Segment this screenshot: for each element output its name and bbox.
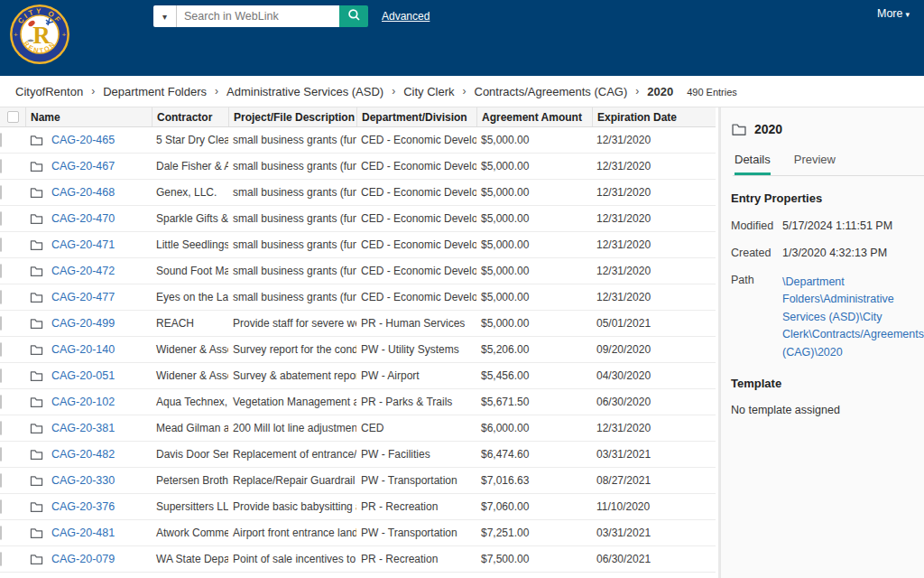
row-checkbox[interactable] [0,185,2,200]
cell-name: CAG-20-376 [25,500,152,513]
cell-name: CAG-20-381 [25,422,152,434]
table-row[interactable]: CAG-20-467 Dale Fisher & As small busine… [0,154,716,180]
cell-expiration: 06/30/2020 [592,396,716,408]
table-row[interactable]: CAG-20-376 Supersitters LLC Provide basi… [0,494,716,520]
row-checkbox[interactable] [0,552,2,566]
table-row[interactable]: CAG-20-381 Mead Gilman ar 200 Mill lot l… [0,415,716,442]
row-checkbox[interactable] [0,264,2,278]
select-all-checkbox[interactable] [7,111,19,123]
entry-link[interactable]: CAG-20-330 [51,474,115,487]
breadcrumb-item[interactable]: CityofRenton [15,85,83,98]
cell-name: CAG-20-477 [25,291,152,303]
row-checkbox[interactable] [0,473,2,488]
table-row[interactable]: CAG-20-477 Eyes on the Land small busine… [0,284,716,311]
table-row[interactable]: CAG-20-482 Davis Door Serv Replacement o… [0,442,716,468]
entry-link[interactable]: CAG-20-140 [51,343,115,356]
tab-details[interactable]: Details [735,153,771,175]
search-button[interactable] [339,5,368,27]
row-select-cell [0,369,25,382]
row-checkbox[interactable] [0,316,2,331]
table-row[interactable]: CAG-20-481 Atwork Commer Airport front e… [0,520,716,546]
table-row[interactable]: CAG-20-102 Aqua Technex, L Vegetation Ma… [0,389,716,415]
cell-contractor: Dale Fisher & As [152,160,228,172]
entry-link[interactable]: CAG-20-051 [51,369,115,382]
svg-text:+: + [14,31,18,39]
row-checkbox[interactable] [0,238,2,252]
entry-link[interactable]: CAG-20-467 [51,160,115,172]
row-checkbox[interactable] [0,447,2,461]
row-checkbox[interactable] [0,395,2,409]
cell-name: CAG-20-499 [25,317,152,330]
row-checkbox[interactable] [0,368,2,383]
more-label: More [877,7,902,20]
breadcrumb-item[interactable]: City Clerk [403,85,454,98]
row-checkbox[interactable] [0,211,2,226]
breadcrumb-separator: › [635,85,639,98]
row-select-cell [0,186,25,199]
caret-down-icon: ▾ [162,12,167,22]
folder-icon [30,161,43,172]
column-header-expiration-date[interactable]: Expiration Date [592,107,716,126]
entry-link[interactable]: CAG-20-472 [51,265,115,277]
row-checkbox[interactable] [0,133,2,147]
cell-amount: $5,000.00 [476,291,592,303]
breadcrumb-item[interactable]: Contracts/Agreements (CAG) [475,85,628,98]
entry-link[interactable]: CAG-20-102 [51,396,115,408]
breadcrumb-item[interactable]: Department Folders [103,85,207,98]
row-checkbox[interactable] [0,159,2,173]
entry-link[interactable]: CAG-20-471 [51,238,115,251]
cell-expiration: 09/20/2020 [592,343,716,356]
row-checkbox[interactable] [0,421,2,435]
breadcrumb-item[interactable]: Administrative Services (ASD) [226,85,383,98]
entry-link[interactable]: CAG-20-381 [51,422,115,434]
table-row[interactable]: CAG-20-468 Genex, LLC. small business gr… [0,180,716,206]
table-row[interactable]: CAG-20-472 Sound Foot Mas small business… [0,258,716,284]
cell-expiration: 06/30/2021 [592,553,716,565]
row-checkbox[interactable] [0,499,2,514]
entry-link[interactable]: CAG-20-079 [51,553,115,565]
breadcrumb-bar: CityofRenton›Department Folders›Administ… [0,76,924,107]
cell-amount: $5,000.00 [476,238,592,251]
row-checkbox[interactable] [0,526,2,540]
table-row[interactable]: CAG-20-140 Widener & Asso Survey report … [0,337,716,363]
folder-icon [30,239,43,251]
cell-department: PR - Parks & Trails [356,396,476,408]
search-scope-dropdown[interactable]: ▾ [153,5,177,27]
cell-department: PR - Human Services [356,317,476,330]
search-input[interactable] [177,5,339,27]
table-row[interactable]: CAG-20-051 Widener & Asso Survey & abate… [0,363,716,389]
cell-description: Vegetation Management at Re [228,396,356,408]
entry-link[interactable]: CAG-20-482 [51,448,115,461]
entry-link[interactable]: CAG-20-477 [51,291,115,303]
table-row[interactable]: CAG-20-470 Sparkle Gifts & W small busin… [0,206,716,232]
row-checkbox[interactable] [0,342,2,357]
entry-link[interactable]: CAG-20-465 [51,134,115,146]
column-header-contractor[interactable]: Contractor [152,107,228,126]
city-of-renton-logo: CITY OF RENTON + + R [9,4,70,65]
cell-department: CED - Economic Developme [356,212,476,225]
table-row[interactable]: CAG-20-079 WA State Depart Point of sale… [0,546,716,573]
table-row[interactable]: CAG-20-330 Petersen Brothe Replace/Repai… [0,468,716,494]
column-header-agreement-amount[interactable]: Agreement Amount ▲ [476,107,592,126]
column-header-description[interactable]: Project/File Description [228,107,356,126]
cell-expiration: 03/31/2021 [592,527,716,539]
cell-expiration: 12/31/2020 [592,160,716,172]
row-checkbox[interactable] [0,290,2,304]
more-menu[interactable]: More▾ [877,7,910,20]
entry-link[interactable]: CAG-20-499 [51,317,115,330]
selected-entry-name: 2020 [754,122,782,136]
cell-expiration: 12/31/2020 [592,134,716,146]
path-link[interactable]: \Department Folders\Administrative Servi… [782,274,924,361]
advanced-search-link[interactable]: Advanced [382,10,430,23]
table-row[interactable]: CAG-20-471 Little Seedlings F small busi… [0,232,716,258]
tab-preview[interactable]: Preview [794,153,836,175]
entry-link[interactable]: CAG-20-481 [51,527,115,539]
entry-link[interactable]: CAG-20-468 [51,186,115,199]
entry-link[interactable]: CAG-20-470 [51,212,115,225]
row-select-cell [0,500,25,513]
column-header-department[interactable]: Department/Division [356,107,476,126]
table-row[interactable]: CAG-20-465 5 Star Dry Clean small busine… [0,127,716,154]
entry-link[interactable]: CAG-20-376 [51,500,115,513]
column-header-name[interactable]: Name [25,107,152,126]
table-row[interactable]: CAG-20-499 REACH Provide staff for sever… [0,311,716,337]
